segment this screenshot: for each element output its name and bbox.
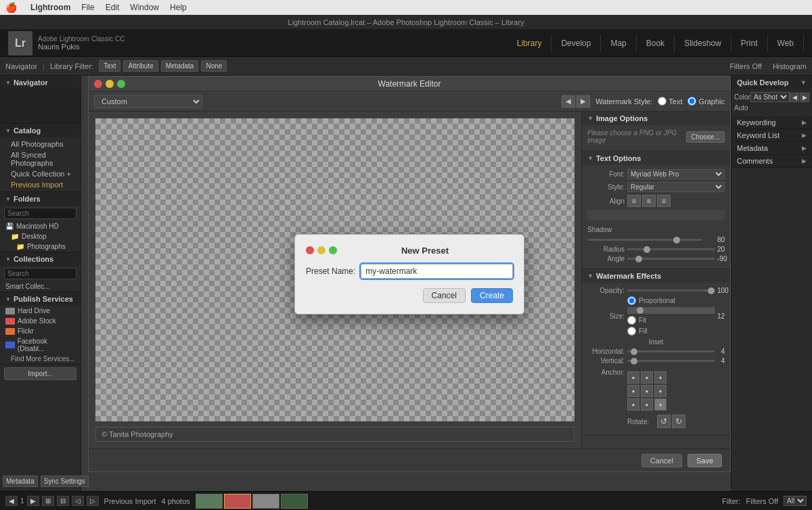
app-line: Adobe Lightroom Classic CC — [38, 35, 125, 43]
publish-section: ▼ Publish Services Hard Drive Adobe Stoc… — [0, 292, 81, 365]
find-more-services[interactable]: Find More Services... — [0, 354, 81, 364]
filter-text[interactable]: Text — [99, 60, 120, 72]
tab-develop[interactable]: Develop — [551, 34, 601, 52]
filter-label: Filter: — [722, 497, 741, 505]
filmstrip-photo-count[interactable]: 4 photos — [162, 497, 190, 505]
filter-metadata[interactable]: Metadata — [161, 60, 199, 72]
filmstrip-thumbnails — [196, 494, 308, 509]
new-preset-title: New Preset — [337, 246, 513, 256]
comments-title: Comments — [737, 157, 773, 165]
folders-section: ▼ Folders 💾 Macintosh HD 📁 Desktop 📁 Pho… — [0, 192, 81, 252]
publish-facebook-label: Facebook (Disabl... — [18, 338, 75, 352]
tab-book[interactable]: Book — [637, 34, 675, 52]
filmstrip-filter-select[interactable]: All — [784, 496, 807, 506]
thumb-3[interactable] — [252, 494, 279, 509]
menu-help[interactable]: Help — [170, 3, 187, 12]
folders-search-input[interactable] — [4, 208, 76, 219]
app-info: Adobe Lightroom Classic CC Nauris Pukis — [38, 35, 125, 51]
folder-name-macintosh: Macintosh HD — [16, 223, 59, 230]
filmstrip-next[interactable]: ▶ — [27, 496, 39, 506]
color-select[interactable]: As Shot — [750, 92, 790, 102]
metadata-section: Metadata ▶ — [731, 142, 812, 155]
folder-macintosh-hd[interactable]: 💾 Macintosh HD — [0, 221, 81, 231]
folder-photographs[interactable]: 📁 Photographs — [0, 241, 81, 252]
filter-none[interactable]: None — [201, 60, 227, 72]
filmstrip-grid-large[interactable]: ⊟ — [57, 496, 69, 506]
preset-cancel-button[interactable]: Cancel — [423, 288, 466, 303]
folders-triangle: ▼ — [5, 196, 11, 202]
menu-bar: 🍎 Lightroom File Edit Window Help — [0, 0, 812, 15]
collections-section: ▼ Collections Smart Collec... — [0, 252, 81, 292]
auto-label: Auto — [734, 104, 748, 112]
publish-hard-drive[interactable]: Hard Drive — [0, 306, 81, 316]
tab-web[interactable]: Web — [768, 34, 804, 52]
navigator-label: Navigator — [5, 62, 37, 70]
tab-map[interactable]: Map — [601, 34, 636, 52]
filmstrip-forward[interactable]: ▷ — [87, 496, 99, 506]
subfolder-icon: 📁 — [16, 243, 24, 250]
navigator-header[interactable]: ▼ Navigator — [0, 76, 81, 89]
collections-search-input[interactable] — [4, 268, 76, 279]
metadata-header[interactable]: Metadata ▶ — [731, 142, 812, 154]
disk-icon: 💾 — [5, 223, 14, 230]
tab-library[interactable]: Library — [508, 34, 552, 52]
hard-drive-icon — [5, 308, 15, 315]
menu-window[interactable]: Window — [130, 3, 159, 12]
catalog-all-synced[interactable]: All Synced Photographs — [0, 149, 81, 168]
metadata-arrow: ▶ — [802, 145, 807, 152]
preset-name-input[interactable] — [361, 264, 513, 279]
folder-desktop[interactable]: 📁 Desktop — [0, 231, 81, 241]
catalog-quick-collection[interactable]: Quick Collection + — [0, 168, 81, 179]
publish-adobe-stock[interactable]: Adobe Stock — [0, 316, 81, 326]
thumb-1[interactable] — [196, 494, 223, 509]
keyword-list-title: Keyword List — [737, 131, 780, 139]
color-right-arrow[interactable]: ▶ — [800, 93, 809, 102]
left-panel: ▼ Navigator ▼ Catalog All Photographs Al… — [0, 76, 81, 491]
preset-create-button[interactable]: Create — [471, 288, 513, 303]
keywording-arrow: ▶ — [802, 119, 807, 126]
filmstrip-page: 1 — [20, 497, 24, 505]
collections-header[interactable]: ▼ Collections — [0, 252, 81, 266]
npd-minimize-button[interactable] — [317, 246, 325, 254]
histogram-label: Histogram — [773, 62, 807, 70]
menu-file[interactable]: File — [81, 3, 94, 12]
catalog-previous-import[interactable]: Previous Import — [0, 179, 81, 190]
npd-close-button[interactable] — [306, 246, 314, 254]
keyword-list-header[interactable]: Keyword List ▶ — [731, 129, 812, 141]
publish-facebook[interactable]: Facebook (Disabl... — [0, 336, 81, 354]
thumb-4[interactable] — [281, 494, 308, 509]
smart-collections-item[interactable]: Smart Collec... — [0, 281, 81, 292]
tab-slideshow[interactable]: Slideshow — [675, 34, 731, 52]
color-label: Color — [734, 93, 750, 101]
filter-attribute[interactable]: Attribute — [123, 60, 158, 72]
publish-header[interactable]: ▼ Publish Services — [0, 292, 81, 306]
filmstrip-grid-small[interactable]: ⊞ — [42, 496, 54, 506]
comments-header[interactable]: Comments ▶ — [731, 155, 812, 167]
menu-edit[interactable]: Edit — [106, 3, 120, 12]
library-filter-label: Library Filter: — [50, 62, 93, 70]
folders-header[interactable]: ▼ Folders — [0, 192, 81, 206]
publish-label: Publish Services — [14, 295, 73, 303]
quick-develop-header[interactable]: Quick Develop ▼ — [731, 76, 812, 89]
filmstrip-prev[interactable]: ◀ — [5, 496, 18, 506]
thumb-2[interactable] — [224, 494, 251, 509]
tab-print[interactable]: Print — [731, 34, 768, 52]
navigator-section: ▼ Navigator — [0, 76, 81, 124]
navigator-triangle: ▼ — [5, 80, 11, 86]
filmstrip-nav: ◀ 1 ▶ ⊞ ⊟ ◁ ▷ — [5, 496, 99, 506]
filmstrip-filters-off: Filters Off — [746, 497, 778, 505]
publish-flickr[interactable]: Flickr — [0, 326, 81, 336]
import-button[interactable]: Import... — [4, 367, 76, 380]
catalog-all-photos[interactable]: All Photographs — [0, 139, 81, 149]
app-header: Lr Adobe Lightroom Classic CC Nauris Puk… — [0, 30, 812, 57]
apple-icon[interactable]: 🍎 — [5, 2, 17, 13]
color-left-arrow[interactable]: ◀ — [790, 93, 799, 102]
catalog-header[interactable]: ▼ Catalog — [0, 124, 81, 137]
filmstrip-back[interactable]: ◁ — [72, 496, 84, 506]
catalog-triangle: ▼ — [5, 128, 11, 134]
comments-arrow: ▶ — [802, 158, 807, 164]
keywording-header[interactable]: Keywording ▶ — [731, 116, 812, 129]
nav-tabs: Library Develop Map Book Slideshow Print… — [508, 34, 804, 52]
quick-develop-label: Quick Develop — [737, 78, 788, 87]
npd-maximize-button[interactable] — [329, 246, 337, 254]
